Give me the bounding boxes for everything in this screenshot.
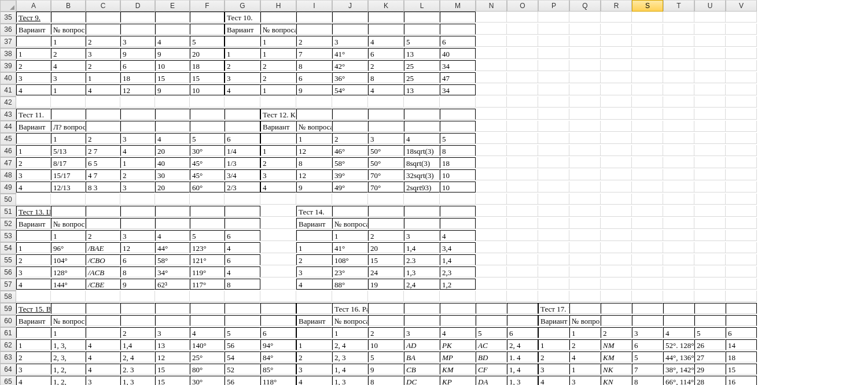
cell-S35[interactable] [632, 12, 663, 23]
cell-H53[interactable] [260, 230, 296, 241]
cell-H47[interactable]: 2 [260, 157, 296, 168]
cell-K49[interactable]: 70° [368, 182, 404, 192]
col-header-I[interactable]: I [296, 0, 332, 12]
cell-J54[interactable]: 41° [332, 242, 368, 253]
cell-S56[interactable] [632, 266, 663, 277]
cell-F53[interactable]: 5 [190, 230, 225, 241]
cell-Q55[interactable] [569, 254, 601, 265]
row-header-44[interactable]: 44 [0, 121, 16, 133]
cell-A47[interactable]: 2 [16, 157, 51, 168]
cell-A44[interactable]: Вариант [16, 121, 51, 132]
cell-M62[interactable]: PK [440, 339, 476, 350]
cell-N49[interactable] [476, 182, 507, 192]
cell-K52[interactable] [368, 218, 404, 229]
cell-N63[interactable]: BD [476, 351, 507, 362]
cell-O54[interactable] [507, 242, 538, 253]
cell-N47[interactable] [476, 157, 507, 168]
cell-O42[interactable] [507, 97, 538, 108]
cell-L52[interactable] [404, 218, 440, 229]
cell-L58[interactable] [404, 291, 440, 302]
cell-D62[interactable]: 1,4 [120, 339, 155, 350]
cell-O56[interactable] [507, 266, 538, 277]
cell-D42[interactable] [120, 97, 155, 108]
cell-G37[interactable] [225, 36, 260, 47]
cell-I35[interactable] [296, 12, 332, 23]
cell-I44[interactable]: № вопроса [296, 121, 332, 132]
cell-I46[interactable]: 12 [296, 145, 332, 156]
cell-M53[interactable]: 4 [440, 230, 476, 241]
cell-R52[interactable] [601, 218, 632, 229]
cell-D45[interactable]: 3 [120, 133, 155, 144]
cell-C58[interactable] [86, 291, 120, 302]
cell-K48[interactable]: 70° [368, 169, 404, 180]
col-header-P[interactable]: P [538, 0, 569, 12]
cell-E36[interactable] [155, 24, 190, 35]
cell-Q44[interactable] [569, 121, 601, 132]
cell-V65[interactable]: 16 [726, 376, 757, 385]
cell-J39[interactable]: 42° [332, 60, 368, 71]
cell-B53[interactable]: 1 [51, 230, 86, 241]
cell-F56[interactable]: 119° [190, 266, 225, 277]
cell-V49[interactable] [726, 182, 757, 192]
cell-O61[interactable]: 6 [507, 327, 538, 338]
cell-R40[interactable] [601, 72, 632, 83]
cell-B36[interactable]: № вопроса [51, 24, 86, 35]
cell-M39[interactable]: 34 [440, 60, 476, 71]
cell-S42[interactable] [632, 97, 663, 108]
cell-A45[interactable] [16, 133, 51, 144]
cell-G39[interactable]: 2 [225, 60, 260, 71]
cell-K53[interactable]: 2 [368, 230, 404, 241]
cell-E45[interactable]: 4 [155, 133, 190, 144]
cell-M49[interactable]: 10 [440, 182, 476, 192]
col-header-K[interactable]: K [368, 0, 404, 12]
cell-I49[interactable]: 9 [296, 182, 332, 192]
cell-U64[interactable]: 29 [694, 364, 726, 375]
cell-T49[interactable] [663, 182, 694, 192]
cell-U62[interactable]: 26 [694, 339, 726, 350]
cell-Q57[interactable] [569, 279, 601, 290]
cell-O39[interactable] [507, 60, 538, 71]
cell-C63[interactable]: 4 [86, 351, 120, 362]
cell-V40[interactable] [726, 72, 757, 83]
cell-D35[interactable] [120, 12, 155, 23]
col-header-V[interactable]: V [726, 0, 757, 12]
cell-B60[interactable]: № вопроса [51, 315, 86, 326]
cell-M47[interactable]: 18 [440, 157, 476, 168]
cell-J63[interactable]: 2, 3 [332, 351, 368, 362]
cell-U49[interactable] [694, 182, 726, 192]
cell-F57[interactable]: 117° [190, 279, 225, 290]
cell-S53[interactable] [632, 230, 663, 241]
cell-F43[interactable] [190, 109, 225, 120]
cell-R38[interactable] [601, 48, 632, 59]
cell-B37[interactable]: 1 [51, 36, 86, 47]
cell-Q38[interactable] [569, 48, 601, 59]
cell-M60[interactable] [440, 315, 476, 326]
cell-A57[interactable]: 4 [16, 279, 51, 290]
cell-P65[interactable]: 4 [538, 376, 569, 385]
cell-K46[interactable]: 50° [368, 145, 404, 156]
cell-Q54[interactable] [569, 242, 601, 253]
cell-N54[interactable] [476, 242, 507, 253]
cell-D58[interactable] [120, 291, 155, 302]
row-header-65[interactable]: 65 [0, 376, 16, 385]
cell-I37[interactable]: 2 [296, 36, 332, 47]
cell-B54[interactable]: 96° [51, 242, 86, 253]
cell-K37[interactable]: 4 [368, 36, 404, 47]
cell-V61[interactable]: 6 [726, 327, 757, 338]
cell-A64[interactable]: 3 [16, 364, 51, 375]
cell-N62[interactable]: AC [476, 339, 507, 350]
cell-U65[interactable]: 28 [694, 376, 726, 385]
cell-P40[interactable] [538, 72, 569, 83]
cell-B57[interactable]: 144° [51, 279, 86, 290]
cell-U52[interactable] [694, 218, 726, 229]
row-header-55[interactable]: 55 [0, 254, 16, 266]
cell-C55[interactable]: /CBO [86, 254, 120, 265]
cell-G36[interactable]: Вариант [225, 24, 260, 35]
cell-U42[interactable] [694, 97, 726, 108]
row-header-41[interactable]: 41 [0, 84, 16, 97]
cell-B50[interactable] [51, 194, 86, 205]
cell-J56[interactable]: 23° [332, 266, 368, 277]
cell-A54[interactable]: 1 [16, 242, 51, 253]
cell-S49[interactable] [632, 182, 663, 192]
row-header-60[interactable]: 60 [0, 315, 16, 327]
